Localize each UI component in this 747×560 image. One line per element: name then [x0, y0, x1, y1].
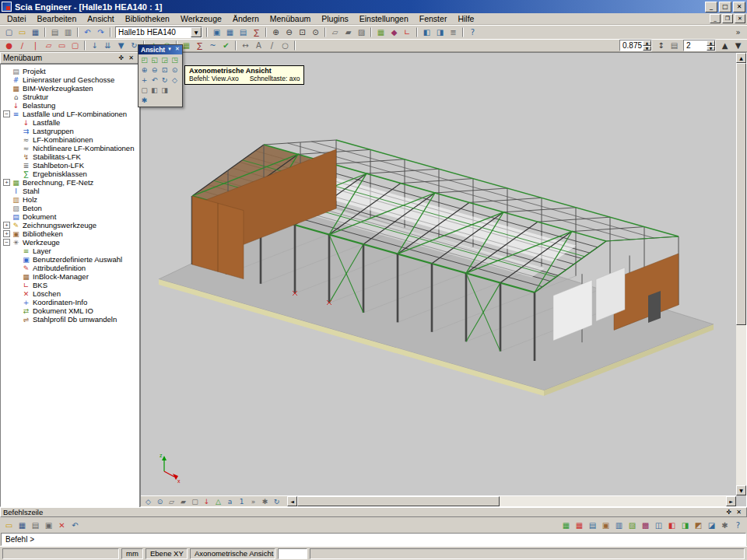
plate-icon[interactable]: ▱ [42, 40, 55, 51]
save-icon[interactable]: ▦ [29, 26, 42, 38]
tree-expander[interactable]: + [3, 179, 10, 186]
wall-icon[interactable]: ▭ [55, 40, 68, 51]
tree-expander[interactable] [13, 247, 20, 254]
layout-icon[interactable]: ▨ [626, 520, 639, 531]
palette-zoom-in-icon[interactable]: ⊕ [139, 65, 149, 75]
zoom-in-icon[interactable]: ⊕ [269, 26, 282, 38]
wireframe-icon[interactable]: ▱ [328, 26, 342, 38]
close-button[interactable]: ✕ [733, 2, 745, 12]
tree-item[interactable]: ✕ Löschen [3, 289, 139, 298]
clip-box-icon[interactable]: ▢ [139, 85, 149, 95]
tree-expander[interactable] [13, 170, 20, 177]
toolbar-separator[interactable] [462, 27, 464, 37]
menu-item-einstellungen[interactable]: Einstellungen [354, 14, 414, 23]
tree-item[interactable]: ▦ BIM-Werkzeugkasten [3, 84, 139, 93]
toolbar-separator[interactable] [84, 40, 86, 51]
show-supports-icon[interactable]: △ [212, 496, 224, 506]
tree-item[interactable]: ≈ LF-Kombinationen [3, 135, 139, 144]
tree-expander[interactable] [3, 196, 10, 203]
toolbar-separator[interactable] [235, 40, 237, 51]
help-icon[interactable]: ? [466, 26, 479, 38]
fast-redraw-icon[interactable]: » [247, 496, 259, 506]
vertical-scroll-track[interactable] [736, 63, 746, 485]
scale-spin-down-icon[interactable]: ▼ [707, 46, 715, 51]
zoom-spin-down-icon[interactable]: ▼ [643, 46, 651, 51]
horizontal-scroll-track[interactable] [500, 496, 726, 506]
mdi-restore-button[interactable]: ❐ [722, 14, 733, 23]
zoom-factor-spinner[interactable]: 0.875 ▲ ▼ [619, 40, 652, 51]
tree-item[interactable]: + ▦ Berechnung, FE-Netz [3, 178, 139, 187]
undo-icon[interactable]: ↶ [81, 26, 94, 38]
vertical-scroll-thumb[interactable] [736, 63, 746, 325]
node-icon[interactable]: ● [2, 40, 16, 51]
opening-icon[interactable]: ▢ [68, 40, 82, 51]
view-side-icon[interactable]: ◲ [160, 54, 170, 65]
line-load-icon[interactable]: ⇊ [101, 40, 114, 51]
tools-1-icon[interactable]: ◫ [652, 520, 665, 531]
tree-item[interactable]: ▦ InBlock-Manager [3, 272, 139, 281]
toolbar-separator[interactable] [294, 40, 296, 51]
tree-expander[interactable] [13, 145, 20, 152]
view-top-icon[interactable]: ◰ [139, 54, 149, 65]
tools-5-icon[interactable]: ◪ [705, 520, 718, 531]
tree-expander[interactable] [13, 290, 20, 297]
pan-icon[interactable]: + [139, 75, 149, 85]
tree-expander[interactable] [3, 68, 10, 75]
minimize-button[interactable]: _ [705, 2, 717, 12]
mdi-minimize-button[interactable]: _ [710, 14, 721, 23]
palette-zoom-out-icon[interactable]: ⊖ [149, 65, 160, 75]
toolbar-separator[interactable] [370, 27, 372, 37]
palette-zoom-all-icon[interactable]: ⊙ [170, 65, 180, 75]
regenerate-icon[interactable]: ↻ [271, 496, 282, 506]
cmd-help-icon[interactable]: ? [731, 520, 745, 531]
new-icon[interactable]: ▢ [2, 26, 16, 38]
clip-front-icon[interactable]: ◧ [149, 85, 160, 95]
settings-icon[interactable]: ✱ [718, 520, 731, 531]
menu-item-werkzeuge[interactable]: Werkzeuge [175, 14, 227, 23]
print-scale-icon[interactable]: ▤ [668, 40, 681, 51]
sidebar-pin-icon[interactable]: ✜ [116, 54, 126, 63]
snap-icon[interactable]: ◆ [388, 26, 401, 38]
tree-item[interactable]: ↯ Stabilitäts-LFK [3, 152, 139, 161]
tree-expander[interactable]: − [3, 239, 10, 246]
tree-expander[interactable]: + [3, 230, 10, 237]
view-axo-icon[interactable]: ◳ [170, 54, 180, 65]
project-settings-icon[interactable]: ▣ [210, 26, 223, 38]
tree-expander[interactable] [3, 213, 10, 220]
tree-expander[interactable]: + [3, 222, 10, 229]
scroll-right-button[interactable]: ► [726, 496, 736, 506]
toolbar-overflow-icon[interactable]: » [731, 26, 745, 38]
scroll-down-icon[interactable]: ▼ [731, 40, 745, 51]
menu-item-ansicht[interactable]: Ansicht [82, 14, 119, 23]
print-preview-icon[interactable]: ▥ [61, 26, 75, 38]
table-input-icon[interactable]: ▦ [223, 26, 237, 38]
cmd-print-icon[interactable]: ▤ [29, 520, 42, 531]
menu-item-bibliotheken[interactable]: Bibliotheken [120, 14, 175, 23]
show-loads-icon[interactable]: ↓ [201, 496, 212, 506]
status-plane[interactable]: Ebene XY [146, 548, 188, 559]
tree-expander[interactable] [13, 162, 20, 169]
horizontal-scrollbar[interactable]: ◄ ► [287, 496, 736, 506]
shaded-icon[interactable]: ▰ [342, 26, 355, 38]
menu-item-fenster[interactable]: Fenster [414, 14, 453, 23]
surface-load-icon[interactable]: ▼ [114, 40, 128, 51]
tools-3-icon[interactable]: ◨ [679, 520, 692, 531]
tree-item[interactable]: ∑ Ergebnisklassen [3, 170, 139, 178]
model-viewport[interactable]: z x ▲ ▼ ◇⊙▱▰▢↓△a1»✱↻ ◄ ► [140, 52, 747, 507]
toolbar-separator[interactable] [206, 27, 208, 37]
tree-item[interactable]: ≣ Stahlbeton-LFK [3, 161, 139, 170]
menu-item-plugins[interactable]: Plugins [316, 14, 353, 23]
document-icon[interactable]: ▤ [237, 26, 250, 38]
previous-view-icon[interactable]: ↶ [149, 75, 160, 85]
tree-item[interactable]: ↓ Belastung [3, 101, 139, 110]
picture-icon[interactable]: ▣ [599, 520, 612, 531]
tree-item[interactable]: + ▣ Bibliotheken [3, 229, 139, 238]
render-surface-icon[interactable]: ▰ [177, 496, 189, 506]
tools-4-icon[interactable]: ◩ [692, 520, 705, 531]
combo-dropdown-icon[interactable]: ▼ [191, 27, 202, 37]
layer-manager-icon[interactable]: ≣ [447, 26, 460, 38]
vertical-scrollbar[interactable]: ▲ ▼ [736, 53, 746, 495]
tree-item[interactable]: ⇄ Dokument XML IO [3, 306, 139, 315]
status-units[interactable]: mm [121, 548, 143, 559]
zoom-window-icon[interactable]: ⊡ [296, 26, 309, 38]
